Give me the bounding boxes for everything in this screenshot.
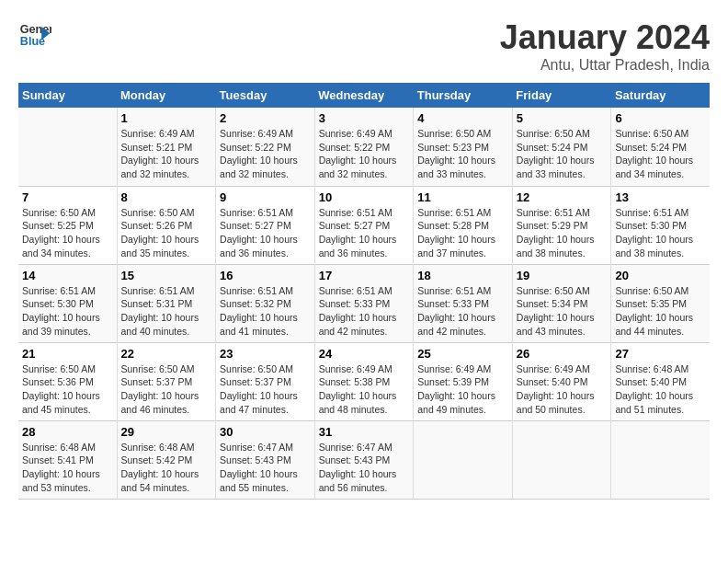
calendar-cell: 16Sunrise: 6:51 AM Sunset: 5:32 PM Dayli…: [216, 264, 315, 342]
calendar-cell: [611, 420, 710, 499]
week-row-2: 14Sunrise: 6:51 AM Sunset: 5:30 PM Dayli…: [18, 264, 710, 342]
weekday-header-monday: Monday: [117, 83, 216, 108]
day-number: 20: [615, 269, 706, 282]
weekday-header-row: SundayMondayTuesdayWednesdayThursdayFrid…: [18, 83, 710, 108]
day-number: 1: [121, 111, 212, 125]
day-number: 2: [220, 111, 311, 125]
day-number: 29: [121, 425, 212, 439]
day-info: Sunrise: 6:51 AM Sunset: 5:29 PM Dayligh…: [517, 206, 608, 260]
day-number: 12: [517, 190, 608, 204]
weekday-header-friday: Friday: [512, 83, 611, 108]
calendar-cell: 18Sunrise: 6:51 AM Sunset: 5:33 PM Dayli…: [414, 264, 513, 342]
calendar-cell: [414, 420, 513, 499]
day-number: 11: [417, 190, 508, 204]
header: General Blue January 2024 Antu, Uttar Pr…: [18, 18, 710, 74]
week-row-0: 1Sunrise: 6:49 AM Sunset: 5:21 PM Daylig…: [18, 108, 710, 186]
calendar-cell: 31Sunrise: 6:47 AM Sunset: 5:43 PM Dayli…: [314, 420, 414, 499]
day-info: Sunrise: 6:50 AM Sunset: 5:36 PM Dayligh…: [22, 362, 113, 417]
day-info: Sunrise: 6:49 AM Sunset: 5:22 PM Dayligh…: [220, 127, 311, 181]
calendar-cell: 15Sunrise: 6:51 AM Sunset: 5:31 PM Dayli…: [117, 264, 216, 342]
day-info: Sunrise: 6:48 AM Sunset: 5:41 PM Dayligh…: [22, 441, 113, 495]
day-number: 8: [121, 190, 212, 204]
day-number: 30: [220, 425, 311, 439]
day-number: 24: [319, 347, 410, 361]
calendar-cell: 2Sunrise: 6:49 AM Sunset: 5:22 PM Daylig…: [216, 108, 315, 186]
day-info: Sunrise: 6:48 AM Sunset: 5:42 PM Dayligh…: [121, 441, 212, 495]
day-number: 15: [121, 269, 212, 282]
day-number: 21: [22, 347, 113, 361]
calendar-table: SundayMondayTuesdayWednesdayThursdayFrid…: [18, 83, 710, 500]
calendar-cell: 25Sunrise: 6:49 AM Sunset: 5:39 PM Dayli…: [414, 342, 513, 420]
calendar-subtitle: Antu, Uttar Pradesh, India: [500, 57, 710, 74]
calendar-cell: 12Sunrise: 6:51 AM Sunset: 5:29 PM Dayli…: [512, 186, 611, 264]
calendar-cell: 1Sunrise: 6:49 AM Sunset: 5:21 PM Daylig…: [117, 108, 216, 186]
day-info: Sunrise: 6:50 AM Sunset: 5:37 PM Dayligh…: [220, 362, 311, 417]
weekday-header-saturday: Saturday: [611, 83, 710, 108]
calendar-cell: 17Sunrise: 6:51 AM Sunset: 5:33 PM Dayli…: [314, 264, 414, 342]
calendar-cell: 20Sunrise: 6:50 AM Sunset: 5:35 PM Dayli…: [611, 264, 710, 342]
weekday-header-wednesday: Wednesday: [314, 83, 414, 108]
day-info: Sunrise: 6:49 AM Sunset: 5:40 PM Dayligh…: [517, 362, 608, 417]
day-info: Sunrise: 6:50 AM Sunset: 5:35 PM Dayligh…: [615, 284, 706, 339]
weekday-header-thursday: Thursday: [414, 83, 513, 108]
day-info: Sunrise: 6:51 AM Sunset: 5:27 PM Dayligh…: [220, 206, 311, 260]
calendar-cell: 19Sunrise: 6:50 AM Sunset: 5:34 PM Dayli…: [512, 264, 611, 342]
svg-text:Blue: Blue: [20, 35, 45, 48]
calendar-cell: 26Sunrise: 6:49 AM Sunset: 5:40 PM Dayli…: [512, 342, 611, 420]
day-info: Sunrise: 6:50 AM Sunset: 5:24 PM Dayligh…: [517, 127, 608, 181]
weekday-header-sunday: Sunday: [18, 83, 117, 108]
calendar-cell: 7Sunrise: 6:50 AM Sunset: 5:25 PM Daylig…: [18, 186, 117, 264]
calendar-cell: 14Sunrise: 6:51 AM Sunset: 5:30 PM Dayli…: [18, 264, 117, 342]
calendar-cell: 30Sunrise: 6:47 AM Sunset: 5:43 PM Dayli…: [216, 420, 315, 499]
calendar-cell: 13Sunrise: 6:51 AM Sunset: 5:30 PM Dayli…: [611, 186, 710, 264]
day-number: 9: [220, 190, 311, 204]
day-number: 7: [22, 190, 113, 204]
day-info: Sunrise: 6:48 AM Sunset: 5:40 PM Dayligh…: [615, 362, 706, 417]
calendar-cell: 9Sunrise: 6:51 AM Sunset: 5:27 PM Daylig…: [216, 186, 315, 264]
day-info: Sunrise: 6:49 AM Sunset: 5:21 PM Dayligh…: [121, 127, 212, 181]
day-number: 5: [517, 111, 608, 125]
day-number: 4: [417, 111, 508, 125]
calendar-cell: 6Sunrise: 6:50 AM Sunset: 5:24 PM Daylig…: [611, 108, 710, 186]
calendar-cell: 24Sunrise: 6:49 AM Sunset: 5:38 PM Dayli…: [314, 342, 414, 420]
calendar-cell: 27Sunrise: 6:48 AM Sunset: 5:40 PM Dayli…: [611, 342, 710, 420]
day-info: Sunrise: 6:51 AM Sunset: 5:30 PM Dayligh…: [615, 206, 706, 260]
title-area: January 2024 Antu, Uttar Pradesh, India: [500, 18, 710, 74]
calendar-cell: 3Sunrise: 6:49 AM Sunset: 5:22 PM Daylig…: [314, 108, 414, 186]
day-number: 23: [220, 347, 311, 361]
day-info: Sunrise: 6:51 AM Sunset: 5:28 PM Dayligh…: [417, 206, 508, 260]
calendar-cell: 21Sunrise: 6:50 AM Sunset: 5:36 PM Dayli…: [18, 342, 117, 420]
weekday-header-tuesday: Tuesday: [216, 83, 315, 108]
day-info: Sunrise: 6:51 AM Sunset: 5:33 PM Dayligh…: [319, 284, 410, 339]
day-number: 16: [220, 269, 311, 282]
day-number: 13: [615, 190, 706, 204]
day-number: 26: [517, 347, 608, 361]
day-info: Sunrise: 6:51 AM Sunset: 5:31 PM Dayligh…: [121, 284, 212, 339]
day-info: Sunrise: 6:50 AM Sunset: 5:34 PM Dayligh…: [517, 284, 608, 339]
calendar-cell: 28Sunrise: 6:48 AM Sunset: 5:41 PM Dayli…: [18, 420, 117, 499]
day-info: Sunrise: 6:51 AM Sunset: 5:33 PM Dayligh…: [417, 284, 508, 339]
day-info: Sunrise: 6:47 AM Sunset: 5:43 PM Dayligh…: [319, 441, 410, 495]
calendar-cell: 22Sunrise: 6:50 AM Sunset: 5:37 PM Dayli…: [117, 342, 216, 420]
calendar-cell: 8Sunrise: 6:50 AM Sunset: 5:26 PM Daylig…: [117, 186, 216, 264]
day-info: Sunrise: 6:50 AM Sunset: 5:23 PM Dayligh…: [417, 127, 508, 181]
day-number: 22: [121, 347, 212, 361]
day-info: Sunrise: 6:47 AM Sunset: 5:43 PM Dayligh…: [220, 441, 311, 495]
day-info: Sunrise: 6:50 AM Sunset: 5:25 PM Dayligh…: [22, 206, 113, 260]
day-number: 31: [319, 425, 410, 439]
day-info: Sunrise: 6:50 AM Sunset: 5:24 PM Dayligh…: [615, 127, 706, 181]
calendar-cell: [512, 420, 611, 499]
day-info: Sunrise: 6:51 AM Sunset: 5:27 PM Dayligh…: [319, 206, 410, 260]
week-row-4: 28Sunrise: 6:48 AM Sunset: 5:41 PM Dayli…: [18, 420, 710, 499]
calendar-cell: 5Sunrise: 6:50 AM Sunset: 5:24 PM Daylig…: [512, 108, 611, 186]
calendar-cell: [18, 108, 117, 186]
day-number: 14: [22, 269, 113, 282]
day-number: 27: [615, 347, 706, 361]
day-info: Sunrise: 6:51 AM Sunset: 5:30 PM Dayligh…: [22, 284, 113, 339]
logo: General Blue: [18, 18, 51, 52]
day-info: Sunrise: 6:49 AM Sunset: 5:38 PM Dayligh…: [319, 362, 410, 417]
calendar-cell: 10Sunrise: 6:51 AM Sunset: 5:27 PM Dayli…: [314, 186, 414, 264]
day-info: Sunrise: 6:49 AM Sunset: 5:22 PM Dayligh…: [319, 127, 410, 181]
week-row-3: 21Sunrise: 6:50 AM Sunset: 5:36 PM Dayli…: [18, 342, 710, 420]
day-info: Sunrise: 6:49 AM Sunset: 5:39 PM Dayligh…: [417, 362, 508, 417]
